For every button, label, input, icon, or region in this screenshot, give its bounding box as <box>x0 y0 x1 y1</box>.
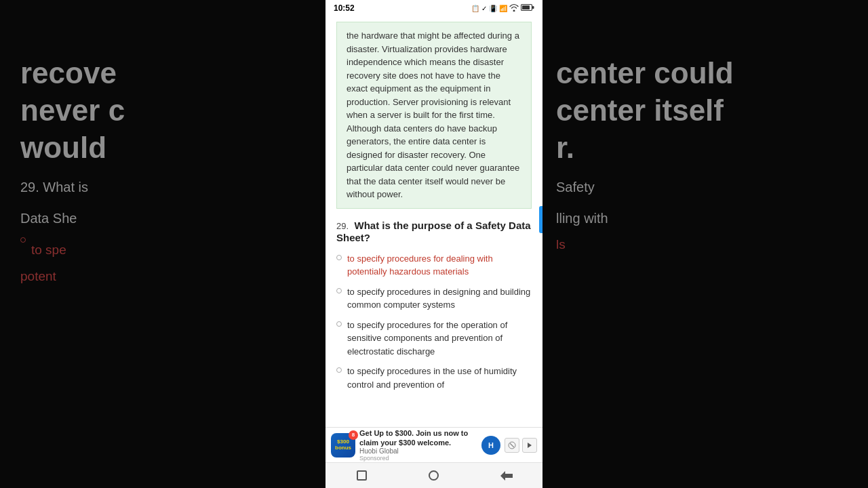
option-item-4[interactable]: to specify procedures in the use of humi… <box>336 365 532 391</box>
bg-left-small1: 29. What is <box>20 177 312 197</box>
bg-left: recove never c would 29. What is Data Sh… <box>0 0 326 488</box>
bg-right-small2: lling with <box>556 208 854 228</box>
signal-icon: 📶 <box>499 5 507 12</box>
clipboard-icon: 📋 <box>471 5 479 12</box>
bg-left-text1: recove <box>20 54 312 92</box>
question-number: 29. <box>336 221 349 231</box>
svg-marker-5 <box>528 443 532 448</box>
scroll-indicator <box>539 206 542 233</box>
ad-sponsored: Sponsored <box>359 455 477 462</box>
svg-rect-2 <box>532 6 534 9</box>
circle-icon <box>429 470 439 481</box>
ad-title: Get Up to $300. Join us now to claim you… <box>359 428 477 448</box>
bg-right-text1: center could <box>556 54 854 92</box>
back-icon <box>500 471 513 481</box>
huobi-icon: H <box>481 436 500 455</box>
content-area[interactable]: the hardware that might be affected duri… <box>326 16 542 488</box>
ad-banner[interactable]: $300bonus 8 Get Up to $300. Join us now … <box>326 427 542 462</box>
svg-marker-6 <box>500 471 513 481</box>
ad-mute-button[interactable] <box>505 438 519 453</box>
check-icon: ✓ <box>481 5 487 12</box>
option-item-1[interactable]: to specify procedures for dealing with p… <box>336 252 532 279</box>
ad-subtitle: Huobi Global <box>359 447 477 455</box>
answer-text: the hardware that might be affected duri… <box>347 30 519 199</box>
option-bullet-3 <box>336 321 342 327</box>
bg-left-small2: Data She <box>20 208 312 228</box>
nav-bar <box>326 462 542 488</box>
ad-controls[interactable] <box>505 438 537 453</box>
layout-wrapper: recove never c would 29. What is Data Sh… <box>0 0 868 488</box>
bg-left-red1: to spe <box>31 241 66 260</box>
option-bullet-1 <box>336 255 342 260</box>
nav-back-button[interactable] <box>496 466 517 486</box>
bg-left-red2: potent <box>20 267 312 287</box>
vibrate-icon: 📳 <box>489 5 497 12</box>
wifi-icon <box>509 3 519 13</box>
answer-highlight-block: the hardware that might be affected duri… <box>336 22 532 209</box>
bg-right: center could center itself r. Safety lli… <box>542 0 868 488</box>
options-list: to specify procedures for dealing with p… <box>336 252 532 392</box>
question-text: What is the purpose of a Safety Data She… <box>336 220 531 243</box>
ad-icon: $300bonus 8 <box>331 433 355 458</box>
status-time: 10:52 <box>334 3 355 13</box>
ad-badge: 8 <box>349 430 358 440</box>
ad-forward-button[interactable] <box>522 438 537 453</box>
nav-square-button[interactable] <box>351 466 372 486</box>
option-text-1: to specify procedures for dealing with p… <box>347 252 532 279</box>
phone-screen: 10:52 📋 ✓ 📳 📶 <box>326 0 542 488</box>
bg-left-text3: would <box>20 129 312 166</box>
square-icon <box>357 470 367 481</box>
nav-home-button[interactable] <box>424 466 444 486</box>
option-text-3: to specify procedures for the operation … <box>347 319 532 359</box>
option-item-2[interactable]: to specify procedures in designing and b… <box>336 285 532 312</box>
option-text-4: to specify procedures in the use of humi… <box>347 365 532 391</box>
bg-right-red: ls <box>556 235 854 255</box>
bg-right-text3: r. <box>556 129 854 166</box>
bg-left-bullet <box>20 237 26 243</box>
battery-icon <box>521 3 534 13</box>
option-bullet-4 <box>336 367 342 373</box>
status-icons: 📋 ✓ 📳 📶 <box>471 3 534 13</box>
question-block: 29. What is the purpose of a Safety Data… <box>336 220 532 244</box>
option-item-3[interactable]: to specify procedures for the operation … <box>336 319 532 359</box>
bg-left-text2: never c <box>20 92 312 129</box>
bg-right-text2: center itself <box>556 92 854 129</box>
option-bullet-2 <box>336 288 342 293</box>
option-text-2: to specify procedures in designing and b… <box>347 285 532 312</box>
svg-rect-1 <box>522 5 530 9</box>
status-bar: 10:52 📋 ✓ 📳 📶 <box>326 0 542 16</box>
ad-text-container: Get Up to $300. Join us now to claim you… <box>359 428 477 462</box>
bg-right-small1: Safety <box>556 177 854 197</box>
svg-line-4 <box>510 443 514 447</box>
